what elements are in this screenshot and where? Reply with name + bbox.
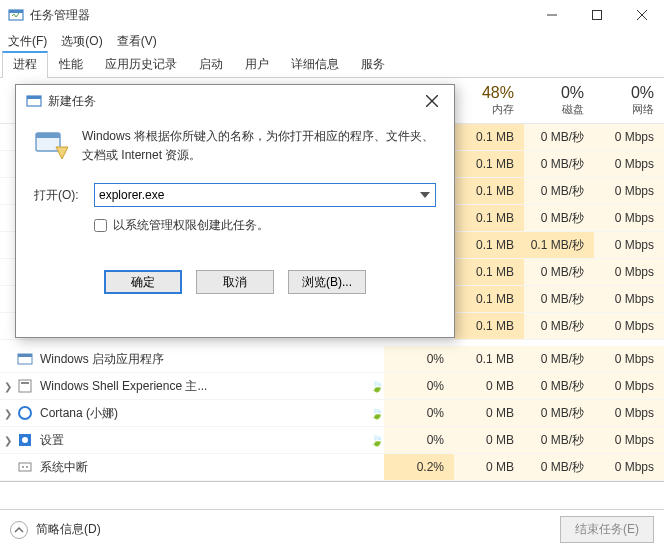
admin-checkbox-label: 以系统管理权限创建此任务。 [113,217,269,234]
cell-memory: 0.1 MB [454,259,524,285]
cell-disk: 0 MB/秒 [524,178,594,204]
cell-memory: 0 MB [454,400,524,426]
cell-cpu: 0% [384,373,454,399]
cell-network: 0 Mbps [594,205,664,231]
cell-network: 0 Mbps [594,232,664,258]
table-row[interactable]: ❯ Windows Shell Experience 主... 🍃 0% 0 M… [0,373,664,400]
dialog-title: 新建任务 [48,93,416,110]
maximize-button[interactable] [574,0,619,30]
dialog-titlebar: 新建任务 [16,85,454,117]
tab-performance[interactable]: 性能 [48,51,94,78]
process-name: Cortana (小娜) [40,405,370,422]
tab-startup[interactable]: 启动 [188,51,234,78]
window-title: 任务管理器 [30,7,529,24]
svg-rect-9 [21,382,29,384]
cell-disk: 0 MB/秒 [524,259,594,285]
svg-point-14 [22,466,24,468]
svg-point-15 [26,466,28,468]
svg-rect-21 [36,133,60,138]
menu-file[interactable]: 文件(F) [8,33,47,50]
open-dropdown-button[interactable] [416,185,434,205]
eco-leaf-icon: 🍃 [370,380,384,393]
svg-rect-7 [18,354,32,357]
cell-disk: 0 MB/秒 [524,373,594,399]
tab-services[interactable]: 服务 [350,51,396,78]
tab-processes[interactable]: 进程 [2,51,48,78]
process-name: Windows 启动应用程序 [40,351,370,368]
expand-toggle[interactable]: ❯ [0,408,16,419]
column-header-memory[interactable]: 48% 内存 [454,80,524,123]
expand-toggle[interactable]: ❯ [0,435,16,446]
table-row[interactable]: 系统中断 0.2% 0 MB 0 MB/秒 0 Mbps [0,454,664,481]
minimize-button[interactable] [529,0,574,30]
menu-view[interactable]: 查看(V) [117,33,157,50]
cell-disk: 0.1 MB/秒 [524,232,594,258]
admin-checkbox[interactable] [94,219,107,232]
cell-cpu: 0% [384,346,454,372]
cell-disk: 0 MB/秒 [524,427,594,453]
column-header-disk[interactable]: 0% 磁盘 [524,80,594,123]
svg-rect-8 [19,380,31,392]
cell-network: 0 Mbps [594,346,664,372]
fewer-details-label[interactable]: 简略信息(D) [36,521,101,538]
ok-button[interactable]: 确定 [104,270,182,294]
tab-details[interactable]: 详细信息 [280,51,350,78]
open-input[interactable] [94,183,436,207]
dialog-app-icon [26,93,42,109]
tab-users[interactable]: 用户 [234,51,280,78]
cell-memory: 0.1 MB [454,178,524,204]
cell-disk: 0 MB/秒 [524,205,594,231]
table-row[interactable]: ❯ Cortana (小娜) 🍃 0% 0 MB 0 MB/秒 0 Mbps [0,400,664,427]
cell-disk: 0 MB/秒 [524,286,594,312]
process-icon [16,351,34,367]
cell-disk: 0 MB/秒 [524,346,594,372]
cell-cpu: 0% [384,400,454,426]
cell-memory: 0.1 MB [454,232,524,258]
svg-rect-1 [9,10,23,13]
window-titlebar: 任务管理器 [0,0,664,30]
cell-cpu: 0.2% [384,454,454,480]
cell-network: 0 Mbps [594,151,664,177]
process-name: 系统中断 [40,459,370,476]
close-button[interactable] [619,0,664,30]
cell-network: 0 Mbps [594,373,664,399]
open-label: 打开(O): [34,187,86,204]
cell-disk: 0 MB/秒 [524,124,594,150]
table-row[interactable]: ❯ 设置 🍃 0% 0 MB 0 MB/秒 0 Mbps [0,427,664,454]
browse-button[interactable]: 浏览(B)... [288,270,366,294]
dialog-close-button[interactable] [416,87,448,115]
menu-options[interactable]: 选项(O) [61,33,102,50]
fewer-details-button[interactable] [10,521,28,539]
cell-network: 0 Mbps [594,286,664,312]
new-task-dialog: 新建任务 Windows 将根据你所键入的名称，为你打开相应的程序、文件夹、文档… [15,84,455,338]
cell-disk: 0 MB/秒 [524,454,594,480]
cell-network: 0 Mbps [594,124,664,150]
cell-memory: 0.1 MB [454,124,524,150]
svg-rect-17 [27,96,41,99]
expand-toggle[interactable]: ❯ [0,381,16,392]
cell-network: 0 Mbps [594,259,664,285]
cell-memory: 0.1 MB [454,313,524,339]
cell-network: 0 Mbps [594,454,664,480]
cell-memory: 0.1 MB [454,151,524,177]
column-header-network[interactable]: 0% 网络 [594,80,664,123]
cell-memory: 0 MB [454,373,524,399]
svg-point-10 [19,407,31,419]
cell-memory: 0.1 MB [454,286,524,312]
cell-network: 0 Mbps [594,427,664,453]
end-task-button[interactable]: 结束任务(E) [560,516,654,543]
footer-bar: 简略信息(D) 结束任务(E) [0,509,664,549]
table-row[interactable]: Windows 启动应用程序 0% 0.1 MB 0 MB/秒 0 Mbps [0,346,664,373]
cell-memory: 0.1 MB [454,205,524,231]
cancel-button[interactable]: 取消 [196,270,274,294]
svg-rect-13 [19,463,31,471]
cell-network: 0 Mbps [594,400,664,426]
svg-point-12 [22,437,28,443]
cell-network: 0 Mbps [594,178,664,204]
tab-app-history[interactable]: 应用历史记录 [94,51,188,78]
cell-disk: 0 MB/秒 [524,313,594,339]
tab-strip: 进程 性能 应用历史记录 启动 用户 详细信息 服务 [0,52,664,78]
cell-memory: 0 MB [454,454,524,480]
run-program-icon [34,127,70,163]
menubar: 文件(F) 选项(O) 查看(V) [0,30,664,52]
